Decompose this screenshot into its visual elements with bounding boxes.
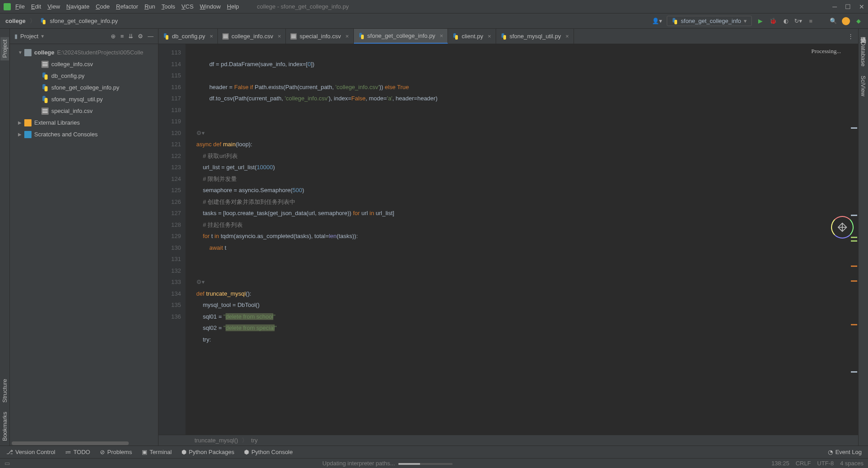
app-logo-icon (4, 3, 11, 10)
editor-tab[interactable]: special_info.csv× (286, 29, 353, 44)
menu-file[interactable]: File (15, 3, 25, 10)
close-tab-icon[interactable]: × (345, 33, 349, 40)
editor-tab[interactable]: college_info.csv× (218, 29, 286, 44)
close-button[interactable]: ✕ (859, 3, 864, 10)
project-tool-tab[interactable]: Project (0, 37, 9, 60)
bottom-tool-bar: ⎇Version Control ≔TODO ⊘Problems ▣Termin… (0, 446, 868, 458)
tab-label: sfone_mysql_util.py (510, 33, 561, 40)
breadcrumb-func[interactable]: truncate_mysql() (194, 437, 238, 444)
editor-tab[interactable]: client.py× (448, 29, 496, 44)
structure-tool-tab[interactable]: Structure (1, 379, 8, 403)
run-config-label: sfone_get_college_info (681, 18, 741, 24)
tree-file[interactable]: college_info.csv (10, 58, 158, 70)
python-console-tab[interactable]: ⬢Python Console (244, 449, 293, 455)
user-icon[interactable]: 👤▾ (652, 18, 662, 24)
menu-tools[interactable]: Tools (162, 3, 175, 10)
tabs-more-icon[interactable]: ⋮ (843, 29, 858, 44)
tab-label: db_config.py (172, 33, 205, 40)
menu-help[interactable]: Help (227, 3, 239, 10)
editor-breadcrumb[interactable]: truncate_mysql() 〉 try (158, 435, 858, 446)
vcs-tab[interactable]: ⎇Version Control (6, 449, 55, 455)
expand-icon[interactable]: ≡ (120, 33, 124, 40)
menu-edit[interactable]: Edit (31, 3, 41, 10)
collapse-icon[interactable]: ⇊ (128, 33, 133, 40)
python-icon (40, 18, 46, 24)
close-tab-icon[interactable]: × (488, 33, 491, 40)
todo-tab[interactable]: ≔TODO (65, 449, 90, 455)
menu-vcs[interactable]: VCS (181, 3, 194, 10)
tree-file[interactable]: sfone_get_college_info.py (10, 82, 158, 94)
menu-run[interactable]: Run (145, 3, 155, 10)
log-icon: ◔ (828, 449, 833, 455)
tree-root-path: E:\2024StudentProjects\005Colle (57, 48, 144, 58)
stop-button[interactable]: ■ (807, 17, 815, 25)
tree-file[interactable]: sfone_mysql_util.py (10, 94, 158, 105)
profile-button[interactable]: ↻▾ (794, 17, 802, 25)
python-icon (41, 96, 49, 103)
menu-code[interactable]: Code (96, 3, 110, 10)
progress-bar (398, 463, 452, 465)
select-opened-icon[interactable]: ⊕ (111, 33, 116, 40)
project-panel-title[interactable]: Project (20, 33, 38, 40)
minimize-button[interactable]: ─ (832, 3, 837, 10)
ai-assistant-floating-icon[interactable] (831, 216, 854, 238)
breadcrumb-file[interactable]: sfone_get_college_info.py (50, 18, 118, 24)
menu-navigate[interactable]: Navigate (66, 3, 89, 10)
close-tab-icon[interactable]: × (210, 33, 213, 40)
tree-external-libs[interactable]: ▶ External Libraries (10, 117, 158, 129)
tree-scratches[interactable]: ▶ Scratches and Consoles (10, 129, 158, 140)
menu-refactor[interactable]: Refactor (116, 3, 138, 10)
tree-file[interactable]: db_config.py (10, 70, 158, 82)
assistant-icon[interactable]: ◆ (854, 17, 863, 25)
hide-icon[interactable]: — (148, 33, 154, 40)
close-tab-icon[interactable]: × (565, 33, 569, 40)
bookmarks-tool-tab[interactable]: Bookmarks (1, 412, 8, 441)
search-icon[interactable]: 🔍 (829, 17, 837, 25)
library-icon (24, 119, 32, 126)
sidebar-scrollbar[interactable] (10, 441, 158, 446)
statusbar-icon[interactable]: ▭ (5, 460, 10, 467)
window-buttons: ─ ☐ ✕ (832, 3, 864, 10)
line-separator[interactable]: CRLF (796, 460, 811, 467)
editor-tab[interactable]: sfone_get_college_info.py× (354, 29, 448, 44)
run-button[interactable]: ▶ (756, 17, 764, 25)
close-tab-icon[interactable]: × (278, 33, 281, 40)
gutter[interactable]: 1131141151161171181191201211221231241251… (158, 44, 185, 435)
python-icon (163, 33, 169, 40)
editor-tab[interactable]: sfone_mysql_util.py× (496, 29, 574, 44)
editor-tab[interactable]: db_config.py× (158, 29, 218, 44)
menu-view[interactable]: View (47, 3, 60, 10)
python-packages-tab[interactable]: ⬢Python Packages (181, 449, 234, 455)
debug-button[interactable]: 🐞 (769, 17, 777, 25)
sciview-tool-tab[interactable]: SciView (860, 76, 867, 96)
menu-window[interactable]: Window (200, 3, 221, 10)
code-area[interactable]: Processing... 11311411511611711811912012… (158, 44, 858, 435)
editor-tabs: db_config.py×college_info.csv×special_in… (158, 29, 858, 44)
project-view-dropdown[interactable]: ▼ (40, 34, 45, 39)
maximize-button[interactable]: ☐ (845, 3, 851, 10)
tree-file[interactable]: special_info.csv (10, 105, 158, 117)
project-tree[interactable]: ▼ college E:\2024StudentProjects\005Coll… (10, 44, 158, 439)
csv-icon (290, 33, 297, 40)
settings-icon[interactable]: ⚙ (138, 33, 143, 40)
console-icon: ⬢ (244, 449, 249, 455)
terminal-tab[interactable]: ▣Terminal (142, 449, 172, 455)
notification-icon[interactable] (842, 17, 850, 25)
caret-position[interactable]: 138:25 (771, 460, 789, 467)
minimap[interactable] (849, 62, 857, 426)
problems-tab[interactable]: ⊘Problems (100, 449, 132, 455)
breadcrumb-root[interactable]: college (5, 18, 26, 24)
code-content[interactable]: df = pd.DataFrame(save_info, index=[0]) … (185, 44, 858, 435)
tree-root[interactable]: ▼ college E:\2024StudentProjects\005Coll… (10, 47, 158, 58)
close-tab-icon[interactable]: × (440, 32, 443, 39)
indent-info[interactable]: 4 spaces (840, 460, 863, 467)
scratch-icon (24, 131, 32, 138)
breadcrumb-block[interactable]: try (251, 437, 258, 444)
event-log-tab[interactable]: ◔Event Log (828, 449, 862, 455)
python-icon (358, 33, 365, 39)
run-config-selector[interactable]: sfone_get_college_info ▾ (667, 16, 752, 26)
python-icon (672, 18, 678, 24)
file-encoding[interactable]: UTF-8 (817, 460, 834, 467)
database-tool-tab[interactable]: Database (860, 41, 867, 67)
coverage-button[interactable]: ◐ (782, 17, 790, 25)
